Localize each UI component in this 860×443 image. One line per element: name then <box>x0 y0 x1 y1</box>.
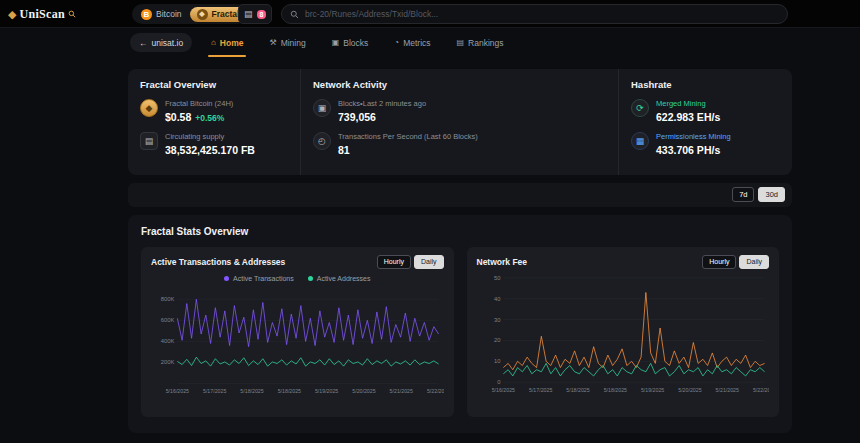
range-7d-button[interactable]: 7d <box>732 187 754 202</box>
block-cube-icon: ▣ <box>313 99 331 117</box>
fractal-coin-icon: ◆ <box>197 9 208 20</box>
quick-panel-button[interactable]: ▤ 8 <box>238 4 272 24</box>
network-fee-chart: 504030201005/16/20255/17/20255/18/20255/… <box>477 273 770 409</box>
topbar: ◆ UniScan B Bitcoin ◆ Fractal ▤ 8 <box>0 0 860 28</box>
hashrate-column: Hashrate ⟳ Merged Mining 622.983 EH/s ▦ … <box>618 69 792 175</box>
network-fractal-label: Fractal <box>212 9 240 19</box>
uniscan-logo[interactable]: ◆ UniScan <box>8 0 76 28</box>
network-fee-chart-header: Network Fee Hourly Daily <box>477 255 770 269</box>
network-bitcoin-button[interactable]: B Bitcoin <box>134 7 189 22</box>
rankings-icon: ▤ <box>457 38 465 47</box>
network-bitcoin-label: Bitcoin <box>156 9 182 19</box>
network-fee-chart-title: Network Fee <box>477 257 528 267</box>
tab-rankings-label: Rankings <box>468 38 503 48</box>
main-tabs: ⌂ Home ⚒ Mining ▣ Blocks ◔ Metrics ▤ Ran… <box>202 28 513 57</box>
supply-label: Circulating supply <box>165 132 255 141</box>
fractal-price-row: ◆ Fractal Bitcoin (24H) $0.58+0.56% <box>140 99 288 123</box>
permissionless-mining-row: ▦ Permissionless Mining 433.706 PH/s <box>631 132 780 156</box>
svg-text:5/18/2025: 5/18/2025 <box>603 387 626 393</box>
hashrate-title: Hashrate <box>631 79 780 90</box>
back-label: unisat.io <box>152 38 184 48</box>
svg-text:200K: 200K <box>161 360 175 366</box>
stats-title: Fractal Stats Overview <box>141 226 779 237</box>
svg-text:5/19/2025: 5/19/2025 <box>315 389 338 395</box>
overview-panel: Fractal Overview ◆ Fractal Bitcoin (24H)… <box>128 69 792 175</box>
supply-value: 38,532,425.170 FB <box>165 144 255 156</box>
tab-metrics[interactable]: ◔ Metrics <box>385 28 439 57</box>
range-toggle: 7d 30d <box>732 187 785 202</box>
svg-text:5/22/2025: 5/22/2025 <box>752 387 769 393</box>
blocks-icon: ▣ <box>332 38 340 47</box>
price-value: $0.58 <box>165 111 191 123</box>
fractal-price-value: $0.58+0.56% <box>165 111 233 123</box>
svg-text:5/17/2025: 5/17/2025 <box>528 387 551 393</box>
search-icon <box>290 10 299 19</box>
network-fee-chart-card: Network Fee Hourly Daily 504030201005/16… <box>467 247 780 417</box>
merged-mining-label: Merged Mining <box>656 99 720 108</box>
fractal-stats-panel: Fractal Stats Overview Active Transactio… <box>128 215 792 433</box>
svg-text:400K: 400K <box>161 339 175 345</box>
network-toggle: B Bitcoin ◆ Fractal <box>132 4 248 24</box>
range-30d-button[interactable]: 30d <box>758 187 785 202</box>
svg-text:5/20/2025: 5/20/2025 <box>352 389 375 395</box>
back-to-unisat-button[interactable]: ← unisat.io <box>130 33 192 52</box>
search-bar[interactable] <box>281 4 788 24</box>
merged-mining-icon: ⟳ <box>631 99 649 117</box>
brand-magnifier-icon <box>68 10 76 18</box>
network-fee-daily-button[interactable]: Daily <box>739 255 769 269</box>
fractal-overview-column: Fractal Overview ◆ Fractal Bitcoin (24H)… <box>128 69 300 175</box>
back-arrow-icon: ← <box>139 38 148 48</box>
transactions-interval-toggle: Hourly Daily <box>377 255 444 269</box>
tab-blocks[interactable]: ▣ Blocks <box>323 28 378 57</box>
tps-row: ◴ Transactions Per Second (Last 60 Block… <box>313 132 606 156</box>
subnav: ← unisat.io ⌂ Home ⚒ Mining ▣ Blocks ◔ M… <box>0 28 860 57</box>
mining-icon: ⚒ <box>269 38 276 47</box>
tab-rankings[interactable]: ▤ Rankings <box>448 28 513 57</box>
purple-dot-icon <box>224 276 229 281</box>
fractal-price-label: Fractal Bitcoin (24H) <box>165 99 233 108</box>
svg-text:5/18/2025: 5/18/2025 <box>240 389 263 395</box>
tps-value: 81 <box>338 144 478 156</box>
range-bar: 7d 30d <box>128 183 792 207</box>
svg-text:10: 10 <box>493 359 500 365</box>
blocks-label: Blocks•Last 2 minutes ago <box>338 99 426 108</box>
svg-text:5/18/2025: 5/18/2025 <box>566 387 589 393</box>
search-input[interactable] <box>305 9 779 19</box>
permissionless-mining-icon: ▦ <box>631 132 649 150</box>
permissionless-mining-value: 433.706 PH/s <box>656 144 731 156</box>
price-change: +0.56% <box>195 113 224 123</box>
tab-blocks-label: Blocks <box>343 38 368 48</box>
tab-home[interactable]: ⌂ Home <box>202 28 252 57</box>
network-fee-hourly-button[interactable]: Hourly <box>702 255 736 269</box>
tab-mining-label: Mining <box>281 38 306 48</box>
fractal-price-coin-icon: ◆ <box>140 99 158 117</box>
svg-text:20: 20 <box>493 338 500 344</box>
tab-mining[interactable]: ⚒ Mining <box>260 28 314 57</box>
permissionless-mining-label: Permissionless Mining <box>656 132 731 141</box>
blocks-value: 739,056 <box>338 111 426 123</box>
transactions-chart-header: Active Transactions & Addresses Hourly D… <box>151 255 444 269</box>
brand-name: UniScan <box>19 7 64 22</box>
notification-badge: 8 <box>257 10 267 19</box>
legend-active-transactions: Active Transactions <box>224 275 294 282</box>
svg-text:0: 0 <box>497 380 501 386</box>
merged-mining-value: 622.983 EH/s <box>656 111 720 123</box>
green-dot-icon <box>308 276 313 281</box>
tab-home-label: Home <box>220 38 244 48</box>
svg-text:5/17/2025: 5/17/2025 <box>203 389 226 395</box>
supply-icon: ▤ <box>140 132 158 150</box>
svg-text:5/16/2025: 5/16/2025 <box>166 389 189 395</box>
transactions-hourly-button[interactable]: Hourly <box>377 255 411 269</box>
transactions-chart-card: Active Transactions & Addresses Hourly D… <box>141 247 454 417</box>
svg-text:5/19/2025: 5/19/2025 <box>640 387 663 393</box>
svg-text:5/21/2025: 5/21/2025 <box>715 387 738 393</box>
merged-mining-row: ⟳ Merged Mining 622.983 EH/s <box>631 99 780 123</box>
legend-active-transactions-label: Active Transactions <box>233 275 294 282</box>
tab-metrics-label: Metrics <box>403 38 430 48</box>
svg-text:5/21/2025: 5/21/2025 <box>390 389 413 395</box>
metrics-icon: ◔ <box>394 38 399 47</box>
circulating-supply-row: ▤ Circulating supply 38,532,425.170 FB <box>140 132 288 156</box>
transactions-chart-title: Active Transactions & Addresses <box>151 257 285 267</box>
svg-text:600K: 600K <box>161 318 175 324</box>
transactions-daily-button[interactable]: Daily <box>414 255 444 269</box>
